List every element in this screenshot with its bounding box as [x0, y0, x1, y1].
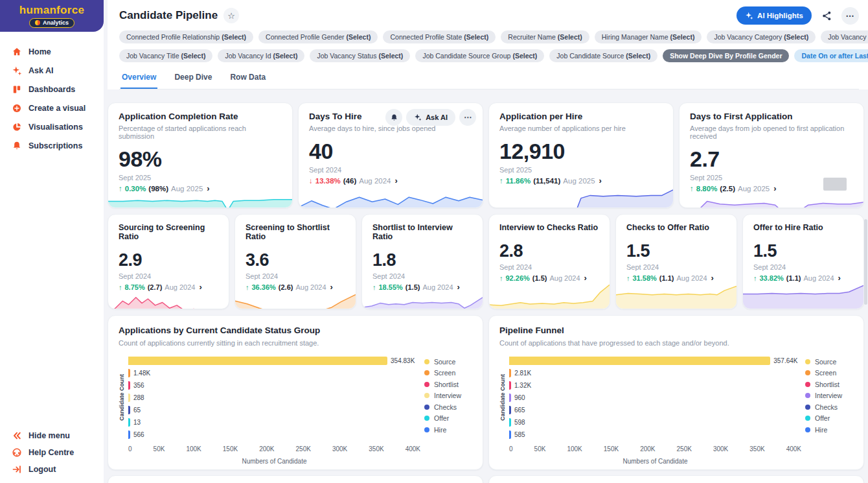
filter-chip-connected-profile-state[interactable]: Connected Profile State(Select) — [383, 30, 496, 43]
kpi-delta-link[interactable]: ↑33.82%(1.1)Aug 2024› — [753, 273, 853, 283]
filter-chip-job-candidate-source[interactable]: Job Candidate Source(Select) — [549, 49, 657, 62]
kpi-card-screening-to-shortlist-ratio[interactable]: Screening to Shortlist Ratio Average num… — [234, 214, 356, 309]
sidebar-item-subscriptions[interactable]: Subscriptions — [11, 136, 104, 155]
filter-chip-hiring-manager-name[interactable]: Hiring Manager Name(Select) — [595, 30, 702, 43]
bar-row-screen[interactable]: 1.48K — [128, 367, 420, 379]
chart-card-pipeline-funnel[interactable]: Pipeline Funnel Count of applications th… — [488, 315, 864, 470]
legend-item-offer[interactable]: Offer — [424, 413, 472, 425]
filter-chip-connected-profile-relationship[interactable]: Connected Profile Relationship(Select) — [119, 30, 253, 43]
legend-item-shortlist[interactable]: Shortlist — [424, 379, 472, 390]
chart-card-applications-by-status-group[interactable]: Applications by Current Candidate Status… — [108, 315, 483, 470]
ask-ai-button[interactable]: Ask AI — [406, 109, 455, 126]
kpi-delta-link[interactable]: ↓13.38%(46)Aug 2024› — [309, 176, 472, 185]
kpi-delta-link[interactable]: ↑11.86%(11,541)Aug 2025› — [499, 176, 663, 185]
favorite-star-icon[interactable]: ☆ — [223, 8, 239, 23]
bar-row-checks[interactable]: 65 — [128, 404, 420, 416]
sidebar-item-ask-ai[interactable]: Ask AI — [11, 61, 104, 80]
legend-item-offer[interactable]: Offer — [805, 413, 853, 425]
tab-deep-dive[interactable]: Deep Dive — [173, 69, 213, 89]
bar-row-offer[interactable]: 13 — [128, 416, 420, 429]
kpi-delta-link[interactable]: ↑92.26%(1.5)Aug 2024› — [499, 273, 599, 283]
logout-button[interactable]: Logout — [11, 461, 74, 478]
legend-item-hire[interactable]: Hire — [424, 424, 472, 436]
chevron-right-icon[interactable]: › — [838, 273, 841, 283]
sidebar-item-create-a-visual[interactable]: Create a visual — [11, 99, 104, 117]
legend-item-interview[interactable]: Interview — [805, 390, 853, 402]
kpi-delta-link[interactable]: ↑0.30%(98%)Aug 2025› — [119, 183, 282, 193]
tab-overview[interactable]: Overview — [120, 69, 157, 89]
bar-row-hire[interactable]: 566 — [128, 429, 420, 441]
kpi-delta-link[interactable]: ↑36.36%(2.6)Aug 2024› — [246, 282, 345, 292]
bar-row-shortlist[interactable]: 1.32K — [509, 379, 801, 392]
bar[interactable] — [509, 357, 770, 365]
kpi-card-checks-to-offer-ratio[interactable]: Checks to Offer Ratio Average number of … — [615, 214, 737, 309]
bar[interactable] — [509, 394, 511, 402]
kpi-card-application-per-hire[interactable]: Application per Hire Average number of a… — [488, 102, 674, 208]
filter-chip-job-vacancy-category[interactable]: Job Vacancy Category(Select) — [707, 30, 816, 43]
alert-bell-button[interactable] — [385, 109, 402, 126]
bar[interactable] — [128, 430, 130, 439]
legend-item-hire[interactable]: Hire — [805, 424, 853, 436]
sidebar-item-dashboards[interactable]: Dashboards — [11, 80, 104, 99]
kpi-card-days-to-first-application[interactable]: Days to First Application Average days f… — [679, 102, 864, 208]
filter-chip-job-vacancy-id[interactable]: Job Vacancy Id(Select) — [218, 49, 304, 62]
filter-chip-recruiter-name[interactable]: Recruiter Name(Select) — [501, 30, 589, 43]
sidebar-item-home[interactable]: Home — [11, 42, 104, 61]
chevron-right-icon[interactable]: › — [330, 282, 333, 292]
bar[interactable] — [509, 369, 511, 377]
legend-item-source[interactable]: Source — [805, 356, 853, 368]
date-filter-chip[interactable]: Date On or after Last 24 Months — [794, 49, 868, 62]
chart-card-average-time-to-stage[interactable]: Average Time To Stage (Days) — [108, 475, 483, 483]
share-button[interactable] — [818, 7, 835, 24]
help-centre-button[interactable]: Help Centre — [11, 444, 74, 461]
more-options-button[interactable]: ⋯ — [841, 7, 859, 25]
bar-row-checks[interactable]: 665 — [509, 404, 801, 416]
toggle-deep-dive-by-profile-gender[interactable]: Show Deep Dive By Profile Gender — [663, 49, 789, 62]
filter-chip-job-vacancy-state[interactable]: Job Vacancy State(Select) — [821, 30, 868, 43]
legend-item-screen[interactable]: Screen — [424, 368, 472, 379]
filter-chip-job-candidate-source-group[interactable]: Job Candidate Source Group(Select) — [415, 49, 544, 62]
legend-item-screen[interactable]: Screen — [805, 368, 853, 379]
chevron-right-icon[interactable]: › — [199, 282, 201, 292]
bar[interactable] — [128, 369, 130, 377]
tab-row-data[interactable]: Row Data — [229, 69, 267, 89]
kpi-delta-link[interactable]: ↑31.58%(1.1)Aug 2024› — [626, 273, 726, 283]
bar[interactable] — [128, 418, 130, 427]
chart-card-average-time-in-stage[interactable]: Average Time In Stage (Days) — [488, 475, 864, 483]
bar[interactable] — [128, 381, 130, 390]
kpi-card-days-to-hire[interactable]: Days To Hire Average days to hire, since… — [298, 102, 483, 208]
bar-row-screen[interactable]: 2.81K — [509, 367, 801, 379]
ai-highlights-button[interactable]: AI Highlights — [737, 6, 812, 25]
kpi-card-interview-to-checks-ratio[interactable]: Interview to Checks Ratio Average number… — [488, 214, 610, 309]
filter-chip-job-vacancy-status[interactable]: Job Vacancy Status(Select) — [310, 49, 410, 62]
legend-item-checks[interactable]: Checks — [424, 401, 472, 413]
legend-item-interview[interactable]: Interview — [424, 390, 472, 402]
filter-chip-connected-profile-gender[interactable]: Connected Profile Gender(Select) — [258, 30, 378, 43]
bar-row-shortlist[interactable]: 356 — [128, 379, 420, 392]
chevron-right-icon[interactable]: › — [711, 273, 714, 283]
bar[interactable] — [128, 357, 387, 365]
hide-menu-button[interactable]: Hide menu — [11, 427, 74, 444]
bar[interactable] — [128, 394, 130, 402]
kpi-delta-link[interactable]: ↑8.75%(2.7)Aug 2024› — [119, 282, 218, 292]
chevron-right-icon[interactable]: › — [773, 183, 776, 193]
bar-row-source[interactable]: 354.83K — [128, 355, 420, 367]
bar[interactable] — [509, 418, 511, 427]
chevron-right-icon[interactable]: › — [457, 282, 460, 292]
bar[interactable] — [509, 430, 511, 439]
chevron-right-icon[interactable]: › — [207, 183, 209, 193]
kpi-card-sourcing-to-screening-ratio[interactable]: Sourcing to Screening Ratio Average numb… — [108, 214, 229, 309]
bar-row-hire[interactable]: 585 — [509, 429, 801, 441]
kpi-delta-link[interactable]: ↑18.55%(1.5)Aug 2024› — [372, 282, 472, 292]
legend-item-source[interactable]: Source — [424, 356, 472, 368]
filter-chip-job-vacancy-title[interactable]: Job Vacancy Title(Select) — [119, 49, 212, 62]
bar-row-interview[interactable]: 960 — [509, 392, 801, 404]
chevron-right-icon[interactable]: › — [599, 176, 602, 185]
bar[interactable] — [509, 406, 511, 414]
legend-item-shortlist[interactable]: Shortlist — [805, 379, 853, 390]
bar-row-offer[interactable]: 598 — [509, 416, 801, 429]
card-more-button[interactable]: ⋯ — [459, 109, 476, 126]
scrollbar-thumb[interactable] — [864, 219, 867, 305]
kpi-card-application-completion-rate[interactable]: Application Completion Rate Percentage o… — [108, 102, 293, 208]
chevron-right-icon[interactable]: › — [394, 176, 397, 185]
